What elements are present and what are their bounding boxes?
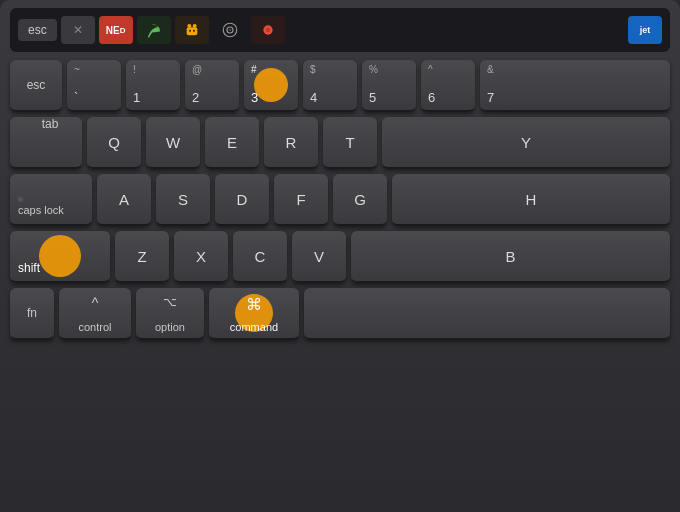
zxcv-row: shift Z X C V B: [10, 231, 670, 283]
key-q[interactable]: Q: [87, 117, 141, 169]
key-fn-label: fn: [27, 306, 37, 320]
tb-app-ned[interactable]: NED: [99, 16, 133, 44]
key-f[interactable]: F: [274, 174, 328, 226]
key-ctrl-label: control: [78, 321, 111, 333]
key-1-top: !: [133, 65, 136, 75]
svg-point-3: [189, 30, 191, 32]
key-ctrl-symbol: ^: [92, 295, 99, 311]
modifier-row: fn ^ control ⌥ option ⌘ command: [10, 288, 670, 340]
key-1-bot: 1: [133, 91, 140, 104]
key-r-label: R: [286, 135, 297, 150]
key-5[interactable]: % 5: [362, 60, 416, 112]
key-3-top: #: [251, 65, 257, 75]
key-b[interactable]: B: [351, 231, 670, 283]
key-6-bot: 6: [428, 91, 435, 104]
key-s[interactable]: S: [156, 174, 210, 226]
key-w-label: W: [166, 135, 180, 150]
svg-point-1: [187, 24, 191, 28]
key-a[interactable]: A: [97, 174, 151, 226]
key-7-bot: 7: [487, 91, 494, 104]
key-t[interactable]: T: [323, 117, 377, 169]
key-e-label: E: [227, 135, 237, 150]
key-2-top: @: [192, 65, 202, 75]
key-c-label: C: [255, 249, 266, 264]
key-q-label: Q: [108, 135, 120, 150]
key-7[interactable]: & 7: [480, 60, 670, 112]
tb-app-circle[interactable]: [213, 16, 247, 44]
key-cmd-symbol: ⌘: [246, 295, 262, 314]
key-w[interactable]: W: [146, 117, 200, 169]
key-d[interactable]: D: [215, 174, 269, 226]
key-fn[interactable]: fn: [10, 288, 54, 340]
asdf-row: caps lock A S D F G H: [10, 174, 670, 226]
key-v-label: V: [314, 249, 324, 264]
caps-indicator: [18, 197, 23, 202]
key-7-top: &: [487, 65, 494, 75]
key-4-bot: 4: [310, 91, 317, 104]
tb-app-leaf[interactable]: [137, 16, 171, 44]
tb-close-icon[interactable]: ✕: [61, 16, 95, 44]
key-z-label: Z: [137, 249, 146, 264]
key-tilde-top: ~: [74, 65, 80, 75]
key-2-bot: 2: [192, 91, 199, 104]
key-v[interactable]: V: [292, 231, 346, 283]
key-option[interactable]: ⌥ option: [136, 288, 204, 340]
key-x[interactable]: X: [174, 231, 228, 283]
key-3-highlight: [254, 68, 288, 102]
key-z[interactable]: Z: [115, 231, 169, 283]
tb-esc-button[interactable]: esc: [18, 19, 57, 41]
key-h[interactable]: H: [392, 174, 670, 226]
key-shift-left[interactable]: shift: [10, 231, 110, 283]
key-6[interactable]: ^ 6: [421, 60, 475, 112]
qwerty-row: tab Q W E R T Y: [10, 117, 670, 169]
key-r[interactable]: R: [264, 117, 318, 169]
key-d-label: D: [237, 192, 248, 207]
svg-point-9: [265, 28, 270, 33]
tb-app-bear[interactable]: [175, 16, 209, 44]
key-5-bot: 5: [369, 91, 376, 104]
key-option-symbol: ⌥: [163, 295, 177, 309]
key-shift-left-label: shift: [18, 261, 40, 275]
touch-bar: esc ✕ NED jet: [10, 8, 670, 52]
key-g[interactable]: G: [333, 174, 387, 226]
key-ctrl[interactable]: ^ control: [59, 288, 131, 340]
shift-left-highlight: [39, 235, 81, 277]
key-esc-label: esc: [27, 78, 46, 92]
key-tab-label: tab: [42, 117, 59, 131]
key-e[interactable]: E: [205, 117, 259, 169]
keyboard-rows: esc ~ ` ! 1 @ 2 # 3 $ 4: [10, 60, 670, 340]
key-3-bot: 3: [251, 91, 258, 104]
key-4[interactable]: $ 4: [303, 60, 357, 112]
key-command[interactable]: ⌘ command: [209, 288, 299, 340]
key-tab[interactable]: tab: [10, 117, 82, 169]
key-y-label: Y: [521, 135, 531, 150]
key-y[interactable]: Y: [382, 117, 670, 169]
key-x-label: X: [196, 249, 206, 264]
key-c[interactable]: C: [233, 231, 287, 283]
key-tilde[interactable]: ~ `: [67, 60, 121, 112]
svg-point-4: [193, 30, 195, 32]
key-esc[interactable]: esc: [10, 60, 62, 112]
number-row: esc ~ ` ! 1 @ 2 # 3 $ 4: [10, 60, 670, 112]
key-6-top: ^: [428, 65, 433, 75]
key-f-label: F: [296, 192, 305, 207]
key-b-label: B: [505, 249, 515, 264]
key-4-top: $: [310, 65, 316, 75]
tb-app-jet[interactable]: jet: [628, 16, 662, 44]
key-option-label: option: [155, 321, 185, 333]
key-h-label: H: [526, 192, 537, 207]
key-2[interactable]: @ 2: [185, 60, 239, 112]
svg-point-7: [229, 29, 231, 31]
key-cmd-label: command: [230, 321, 278, 333]
tb-app-rec[interactable]: [251, 16, 285, 44]
key-t-label: T: [345, 135, 354, 150]
key-1[interactable]: ! 1: [126, 60, 180, 112]
key-tilde-bot: `: [74, 91, 78, 104]
key-space[interactable]: [304, 288, 670, 340]
key-caps-label: caps lock: [18, 204, 64, 216]
svg-point-2: [192, 24, 196, 28]
key-3[interactable]: # 3: [244, 60, 298, 112]
svg-rect-0: [186, 27, 197, 35]
key-caps[interactable]: caps lock: [10, 174, 92, 226]
key-s-label: S: [178, 192, 188, 207]
